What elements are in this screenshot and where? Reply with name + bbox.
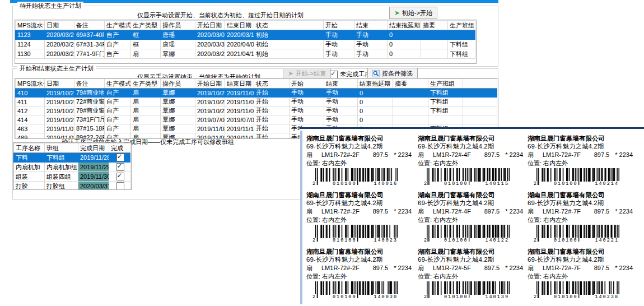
column-header[interactable]: 生产班组 — [428, 79, 463, 89]
table-row[interactable]: 4122019/10/2479#商业窗扇自产扇覃娜2019/10/242019/… — [16, 106, 497, 115]
column-header[interactable]: 完成 — [109, 143, 130, 153]
cell[interactable]: 1124 — [16, 40, 45, 49]
table-row[interactable]: 4102019/10/2479#商业地弹...自产扇覃娜2019/10/2420… — [16, 89, 497, 98]
cell[interactable]: 2020/03/30 — [195, 40, 225, 49]
cell[interactable]: 69#37-40F门框 — [74, 30, 105, 40]
cell[interactable]: 初始 — [254, 40, 324, 49]
column-header[interactable]: 操作员 — [161, 21, 195, 30]
cell[interactable]: 412 — [16, 106, 45, 115]
cell[interactable]: 2019/07/05 — [195, 115, 225, 124]
cell[interactable]: 2019/07/05 — [225, 115, 254, 124]
cell[interactable]: 下料组 — [448, 49, 475, 59]
cell[interactable]: 2021/04/10 — [225, 49, 254, 59]
cell[interactable]: 0 — [388, 49, 421, 59]
column-header[interactable]: 开始 — [324, 21, 354, 30]
table-row[interactable]: 下料下料组2019/11/28 — [14, 153, 130, 163]
finish_date-cell[interactable]: 2019/11/28 — [78, 153, 109, 163]
cell[interactable]: 0 — [358, 115, 393, 124]
cell[interactable]: 2019/10/24 — [45, 115, 74, 124]
cell[interactable]: 77#1-9F门扇 — [74, 49, 105, 59]
column-header[interactable]: 生产模式 — [105, 21, 131, 30]
cell[interactable]: 411 — [16, 98, 45, 106]
cell[interactable] — [421, 30, 448, 40]
cell[interactable]: 覃娜 — [161, 115, 195, 124]
cell[interactable]: 下料组 — [428, 106, 463, 115]
cell[interactable]: 73#1F门厅窗扇 — [74, 115, 105, 124]
cell[interactable]: 扇 — [131, 115, 161, 124]
cell[interactable]: 2019/11/02 — [225, 98, 254, 106]
column-header[interactable]: 备注 — [74, 79, 105, 89]
cell[interactable]: 463 — [16, 124, 45, 133]
column-header[interactable]: MPS流水号 — [16, 21, 45, 30]
cell[interactable] — [448, 30, 475, 40]
cell[interactable]: 手动 — [324, 30, 354, 40]
done-checkbox[interactable] — [116, 163, 124, 171]
cell[interactable]: 0 — [388, 40, 421, 49]
cell[interactable]: 开始 — [254, 133, 290, 140]
cell[interactable]: 79#商业窗扇 — [74, 106, 105, 115]
finish_date-cell[interactable]: 2019/11/29 — [78, 163, 109, 172]
cell[interactable]: 410 — [16, 89, 45, 98]
process-cell[interactable]: 组装 — [14, 172, 45, 182]
table-row[interactable]: 内扇机加内扇机加组2019/11/29 — [14, 163, 130, 172]
done-checkbox[interactable] — [116, 154, 124, 161]
cell[interactable]: 下料组 — [428, 98, 463, 106]
column-header[interactable]: 状态 — [254, 21, 324, 30]
table-row[interactable]: 4142019/10/2473#1F门厅窗扇自产扇覃娜2019/07/05201… — [16, 115, 497, 124]
cell[interactable]: 87#15-18F窗扇 — [74, 124, 105, 133]
cell[interactable]: 自产 — [105, 106, 131, 115]
group-cell[interactable]: 内扇机加组 — [45, 163, 78, 172]
cell[interactable]: 扇 — [131, 89, 161, 98]
cell[interactable]: 覃娜 — [161, 124, 195, 133]
cell[interactable]: 开始 — [254, 124, 290, 133]
cell[interactable]: 手动 — [354, 40, 388, 49]
table-row[interactable]: 11232020/03/2669#37-40F门框自产框唐瑶2020/03/02… — [16, 30, 475, 40]
column-header[interactable]: 结束日期 — [225, 21, 254, 30]
done-cell[interactable] — [109, 153, 130, 163]
cell[interactable]: 手动 — [324, 115, 358, 124]
process-cell[interactable]: 打胶 — [14, 182, 45, 191]
cell[interactable]: 2020/03/27 — [195, 49, 225, 59]
column-header[interactable]: 结束拖延期 — [358, 79, 393, 89]
cell[interactable]: 2019/11/08 — [195, 124, 225, 133]
cell[interactable]: 手动 — [290, 115, 324, 124]
table-row[interactable]: 4112019/10/2472#商业窗扇自产扇覃娜2019/10/242019/… — [16, 98, 497, 106]
cell[interactable]: 覃娜 — [161, 49, 195, 59]
cell[interactable]: 手动 — [290, 98, 324, 106]
filter-by-condition-button[interactable]: 按条件筛选 — [367, 68, 418, 79]
cell[interactable]: 2019/10/24 — [195, 106, 225, 115]
cell[interactable]: 扇 — [131, 49, 161, 59]
cell[interactable]: 手动 — [324, 40, 354, 49]
panel-left-scrollbar[interactable] — [300, 131, 302, 304]
cell[interactable]: 自产 — [105, 49, 131, 59]
cell[interactable] — [428, 115, 463, 124]
cell[interactable]: 开始 — [254, 106, 290, 115]
cell[interactable]: 489 — [16, 133, 45, 140]
cell[interactable]: 2020/04/07 — [225, 40, 254, 49]
cell[interactable]: 覃娜 — [161, 106, 195, 115]
column-header[interactable]: 班组 — [45, 143, 78, 153]
cell[interactable]: 手动 — [324, 98, 358, 106]
cell[interactable]: 2019/10/24 — [45, 106, 74, 115]
cell[interactable]: 自产 — [105, 124, 131, 133]
cell[interactable]: 1130 — [16, 49, 45, 59]
cell[interactable]: 2019/11/01 — [45, 124, 74, 133]
cell[interactable]: 自产 — [105, 40, 131, 49]
cell[interactable]: 2019/10/24 — [45, 98, 74, 106]
cell[interactable]: 覃娜 — [161, 89, 195, 98]
column-header[interactable]: 结束 — [354, 21, 388, 30]
cell[interactable]: 覃娜 — [161, 98, 195, 106]
cell[interactable]: 开始 — [254, 89, 290, 98]
cell[interactable]: 1123 — [16, 30, 45, 40]
finish_date-cell[interactable]: 2020/03/31 — [78, 182, 109, 191]
cell[interactable]: 手动 — [354, 49, 388, 59]
cell[interactable]: 扇 — [131, 106, 161, 115]
cell[interactable]: 0 — [358, 106, 393, 115]
column-header[interactable]: 完成日期 — [78, 143, 109, 153]
cell[interactable]: 扇 — [131, 98, 161, 106]
start-to-end-button[interactable]: ➤ 开始->结束 — [283, 68, 331, 79]
done-checkbox[interactable] — [116, 182, 124, 190]
cell[interactable]: 自产 — [105, 98, 131, 106]
column-header[interactable]: 工序名称 — [14, 143, 45, 153]
cell[interactable] — [421, 40, 448, 49]
